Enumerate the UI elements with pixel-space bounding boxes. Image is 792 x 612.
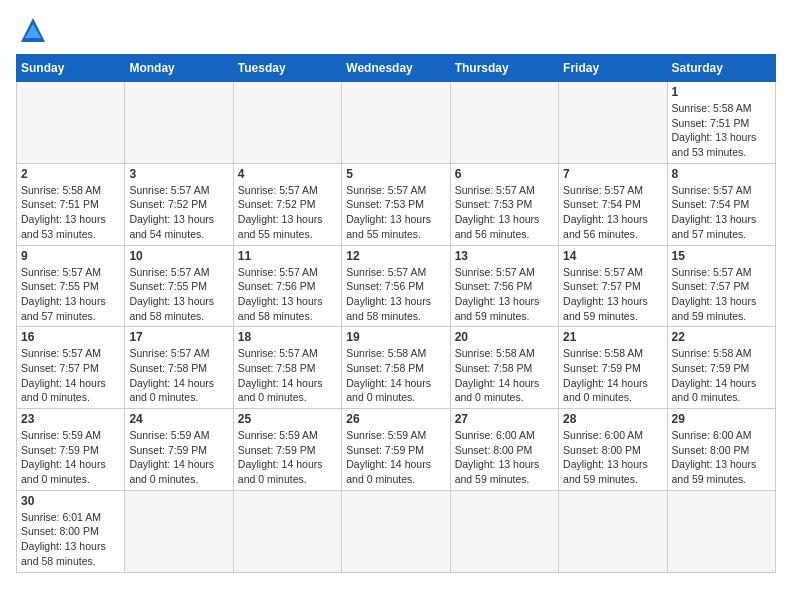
day-number: 19 [346,330,445,344]
calendar-week-row: 16Sunrise: 5:57 AM Sunset: 7:57 PM Dayli… [17,327,776,409]
calendar-week-row: 2Sunrise: 5:58 AM Sunset: 7:51 PM Daylig… [17,163,776,245]
calendar-day [125,490,233,572]
calendar-day: 29Sunrise: 6:00 AM Sunset: 8:00 PM Dayli… [667,409,775,491]
weekday-header: Tuesday [233,55,341,82]
weekday-header: Sunday [17,55,125,82]
calendar-day: 25Sunrise: 5:59 AM Sunset: 7:59 PM Dayli… [233,409,341,491]
day-info: Sunrise: 5:59 AM Sunset: 7:59 PM Dayligh… [21,428,120,487]
calendar-day [125,82,233,164]
calendar-day: 24Sunrise: 5:59 AM Sunset: 7:59 PM Dayli… [125,409,233,491]
logo-icon [19,16,47,44]
calendar-week-row: 9Sunrise: 5:57 AM Sunset: 7:55 PM Daylig… [17,245,776,327]
day-number: 9 [21,249,120,263]
calendar-day [342,82,450,164]
weekday-header: Thursday [450,55,558,82]
day-info: Sunrise: 5:57 AM Sunset: 7:54 PM Dayligh… [672,183,771,242]
day-number: 12 [346,249,445,263]
calendar-day: 8Sunrise: 5:57 AM Sunset: 7:54 PM Daylig… [667,163,775,245]
calendar-day: 5Sunrise: 5:57 AM Sunset: 7:53 PM Daylig… [342,163,450,245]
day-info: Sunrise: 6:00 AM Sunset: 8:00 PM Dayligh… [455,428,554,487]
day-info: Sunrise: 5:57 AM Sunset: 7:53 PM Dayligh… [455,183,554,242]
day-number: 3 [129,167,228,181]
day-info: Sunrise: 5:59 AM Sunset: 7:59 PM Dayligh… [346,428,445,487]
day-number: 21 [563,330,662,344]
day-info: Sunrise: 5:57 AM Sunset: 7:56 PM Dayligh… [346,265,445,324]
day-number: 5 [346,167,445,181]
day-info: Sunrise: 5:57 AM Sunset: 7:55 PM Dayligh… [129,265,228,324]
calendar-day: 7Sunrise: 5:57 AM Sunset: 7:54 PM Daylig… [559,163,667,245]
calendar-day: 1Sunrise: 5:58 AM Sunset: 7:51 PM Daylig… [667,82,775,164]
day-info: Sunrise: 5:58 AM Sunset: 7:59 PM Dayligh… [672,346,771,405]
calendar-header: SundayMondayTuesdayWednesdayThursdayFrid… [17,55,776,82]
day-number: 23 [21,412,120,426]
day-number: 17 [129,330,228,344]
calendar-day: 3Sunrise: 5:57 AM Sunset: 7:52 PM Daylig… [125,163,233,245]
day-info: Sunrise: 5:58 AM Sunset: 7:51 PM Dayligh… [21,183,120,242]
calendar-day [559,82,667,164]
calendar-day: 16Sunrise: 5:57 AM Sunset: 7:57 PM Dayli… [17,327,125,409]
day-info: Sunrise: 5:57 AM Sunset: 7:57 PM Dayligh… [672,265,771,324]
day-number: 20 [455,330,554,344]
day-info: Sunrise: 5:58 AM Sunset: 7:51 PM Dayligh… [672,101,771,160]
day-info: Sunrise: 5:57 AM Sunset: 7:58 PM Dayligh… [238,346,337,405]
day-number: 30 [21,494,120,508]
calendar-day [233,82,341,164]
day-number: 2 [21,167,120,181]
day-info: Sunrise: 5:57 AM Sunset: 7:54 PM Dayligh… [563,183,662,242]
weekday-header: Monday [125,55,233,82]
calendar-day [17,82,125,164]
calendar-day: 15Sunrise: 5:57 AM Sunset: 7:57 PM Dayli… [667,245,775,327]
day-number: 1 [672,85,771,99]
calendar-week-row: 23Sunrise: 5:59 AM Sunset: 7:59 PM Dayli… [17,409,776,491]
calendar-day: 6Sunrise: 5:57 AM Sunset: 7:53 PM Daylig… [450,163,558,245]
day-number: 8 [672,167,771,181]
day-number: 13 [455,249,554,263]
calendar-table: SundayMondayTuesdayWednesdayThursdayFrid… [16,54,776,573]
header [16,16,776,44]
day-number: 10 [129,249,228,263]
day-info: Sunrise: 5:57 AM Sunset: 7:58 PM Dayligh… [129,346,228,405]
weekday-header: Friday [559,55,667,82]
day-info: Sunrise: 6:01 AM Sunset: 8:00 PM Dayligh… [21,510,120,569]
day-number: 14 [563,249,662,263]
day-info: Sunrise: 5:59 AM Sunset: 7:59 PM Dayligh… [129,428,228,487]
day-info: Sunrise: 5:57 AM Sunset: 7:57 PM Dayligh… [21,346,120,405]
calendar-day: 4Sunrise: 5:57 AM Sunset: 7:52 PM Daylig… [233,163,341,245]
calendar-day: 20Sunrise: 5:58 AM Sunset: 7:58 PM Dayli… [450,327,558,409]
calendar-day: 11Sunrise: 5:57 AM Sunset: 7:56 PM Dayli… [233,245,341,327]
calendar-day: 2Sunrise: 5:58 AM Sunset: 7:51 PM Daylig… [17,163,125,245]
calendar-day: 9Sunrise: 5:57 AM Sunset: 7:55 PM Daylig… [17,245,125,327]
calendar-day: 13Sunrise: 5:57 AM Sunset: 7:56 PM Dayli… [450,245,558,327]
calendar-body: 1Sunrise: 5:58 AM Sunset: 7:51 PM Daylig… [17,82,776,573]
weekday-header: Wednesday [342,55,450,82]
day-info: Sunrise: 5:57 AM Sunset: 7:56 PM Dayligh… [455,265,554,324]
day-number: 11 [238,249,337,263]
day-info: Sunrise: 5:57 AM Sunset: 7:56 PM Dayligh… [238,265,337,324]
calendar-day: 18Sunrise: 5:57 AM Sunset: 7:58 PM Dayli… [233,327,341,409]
calendar-day [233,490,341,572]
day-number: 6 [455,167,554,181]
day-info: Sunrise: 5:57 AM Sunset: 7:55 PM Dayligh… [21,265,120,324]
day-number: 16 [21,330,120,344]
day-number: 29 [672,412,771,426]
day-info: Sunrise: 5:58 AM Sunset: 7:58 PM Dayligh… [346,346,445,405]
calendar-day: 30Sunrise: 6:01 AM Sunset: 8:00 PM Dayli… [17,490,125,572]
day-info: Sunrise: 5:57 AM Sunset: 7:52 PM Dayligh… [129,183,228,242]
weekday-header: Saturday [667,55,775,82]
calendar-day [450,82,558,164]
day-info: Sunrise: 5:57 AM Sunset: 7:52 PM Dayligh… [238,183,337,242]
day-info: Sunrise: 5:59 AM Sunset: 7:59 PM Dayligh… [238,428,337,487]
day-number: 18 [238,330,337,344]
calendar-day [559,490,667,572]
day-number: 27 [455,412,554,426]
calendar-day: 17Sunrise: 5:57 AM Sunset: 7:58 PM Dayli… [125,327,233,409]
day-info: Sunrise: 5:58 AM Sunset: 7:59 PM Dayligh… [563,346,662,405]
calendar-day: 23Sunrise: 5:59 AM Sunset: 7:59 PM Dayli… [17,409,125,491]
calendar-week-row: 1Sunrise: 5:58 AM Sunset: 7:51 PM Daylig… [17,82,776,164]
day-info: Sunrise: 5:57 AM Sunset: 7:53 PM Dayligh… [346,183,445,242]
calendar-day: 21Sunrise: 5:58 AM Sunset: 7:59 PM Dayli… [559,327,667,409]
calendar-day: 19Sunrise: 5:58 AM Sunset: 7:58 PM Dayli… [342,327,450,409]
logo [16,16,47,44]
day-info: Sunrise: 6:00 AM Sunset: 8:00 PM Dayligh… [672,428,771,487]
day-info: Sunrise: 6:00 AM Sunset: 8:00 PM Dayligh… [563,428,662,487]
